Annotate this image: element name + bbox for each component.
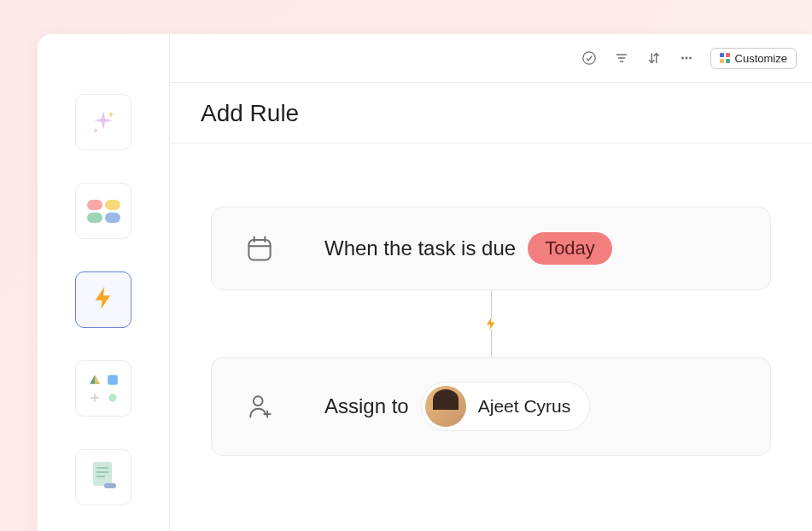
assignee-name: Ajeet Cyrus [478, 396, 571, 417]
svg-point-15 [689, 57, 692, 60]
sidebar-item-sparkle[interactable] [75, 94, 131, 150]
topbar: Customize [170, 34, 812, 83]
svg-rect-0 [108, 375, 118, 385]
filter-icon[interactable] [613, 50, 630, 67]
connector-line [491, 330, 492, 357]
svg-point-3 [108, 394, 116, 401]
rule-canvas: When the task is due Today [170, 143, 812, 531]
svg-rect-16 [248, 240, 270, 260]
trigger-card[interactable]: When the task is due Today [211, 207, 771, 290]
page-title: Add Rule [201, 100, 781, 127]
sparkle-icon [89, 108, 118, 137]
trigger-value-pill[interactable]: Today [528, 232, 612, 265]
svg-rect-5 [96, 467, 108, 469]
customize-label: Customize [735, 52, 787, 65]
action-label: Assign to [324, 394, 409, 418]
app-window: Customize Add Rule When the task is due [38, 34, 812, 531]
svg-rect-8 [104, 483, 116, 488]
sidebar-item-blocks[interactable] [75, 183, 131, 239]
action-card[interactable]: Assign to Ajeet Cyrus [211, 357, 771, 456]
svg-rect-2 [93, 394, 95, 401]
svg-point-20 [254, 396, 263, 406]
svg-rect-6 [96, 471, 108, 473]
svg-point-14 [685, 57, 687, 60]
svg-point-9 [582, 52, 594, 64]
more-icon[interactable] [678, 50, 695, 67]
check-circle-icon[interactable] [581, 50, 598, 67]
bolt-icon [90, 284, 117, 315]
connector-bolt-icon [483, 316, 499, 331]
action-content: Assign to Ajeet Cyrus [324, 382, 590, 431]
customize-button[interactable]: Customize [710, 48, 797, 69]
trigger-content: When the task is due Today [324, 232, 612, 265]
blocks-icon [87, 200, 120, 223]
sidebar [38, 34, 170, 531]
document-icon [89, 459, 118, 495]
assignee-chip[interactable]: Ajeet Cyrus [421, 382, 591, 431]
svg-point-13 [681, 57, 684, 60]
calendar-icon [242, 231, 277, 266]
assign-person-icon [242, 389, 277, 423]
apps-icon [87, 372, 120, 406]
main-panel: Customize Add Rule When the task is due [170, 34, 812, 531]
svg-rect-4 [93, 462, 112, 486]
sidebar-item-docs[interactable] [75, 449, 131, 505]
sort-icon[interactable] [646, 50, 663, 67]
connector-line [491, 290, 492, 318]
grid-icon [720, 53, 730, 63]
page-header: Add Rule [170, 83, 812, 143]
sidebar-item-apps[interactable] [75, 360, 131, 417]
sidebar-item-automation[interactable] [75, 271, 131, 328]
trigger-label: When the task is due [324, 236, 516, 260]
svg-rect-7 [96, 476, 105, 477]
avatar [425, 386, 466, 427]
